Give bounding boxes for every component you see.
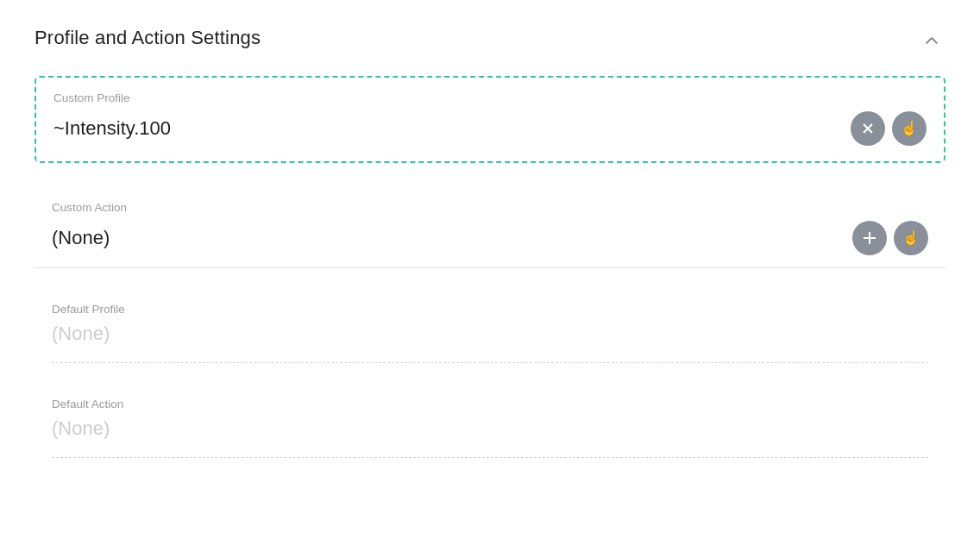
- custom-action-divider: [35, 267, 945, 268]
- touch-icon-2: ☝: [902, 231, 920, 245]
- custom-action-section: Custom Action (None) ☝: [35, 184, 945, 268]
- custom-profile-value: ~Intensity.100: [53, 117, 171, 140]
- chevron-up-icon: [924, 34, 939, 42]
- x-icon: [862, 122, 874, 135]
- default-action-field: Default Action (None): [35, 380, 945, 454]
- collapse-button[interactable]: [918, 24, 945, 52]
- custom-action-value: (None): [52, 227, 110, 249]
- touch-icon: ☝: [901, 122, 918, 135]
- default-profile-value: (None): [52, 323, 110, 345]
- default-profile-divider: [52, 362, 928, 363]
- add-custom-action-button[interactable]: [852, 221, 887, 255]
- panel-header: Profile and Action Settings: [35, 24, 945, 52]
- default-profile-field: Default Profile (None): [35, 285, 945, 359]
- custom-profile-section: Custom Profile ~Intensity.100 ☝: [35, 76, 945, 163]
- custom-profile-label: Custom Profile: [53, 91, 927, 104]
- default-profile-section: Default Profile (None): [35, 285, 945, 363]
- touch-custom-profile-button[interactable]: ☝: [892, 111, 927, 146]
- clear-custom-profile-button[interactable]: [851, 111, 885, 146]
- default-profile-label: Default Profile: [52, 303, 928, 316]
- default-profile-row: (None): [52, 323, 928, 345]
- plus-icon: [864, 232, 876, 244]
- default-action-divider: [52, 457, 928, 458]
- custom-profile-actions: ☝: [851, 111, 927, 146]
- default-action-row: (None): [52, 417, 928, 440]
- custom-action-field: Custom Action (None) ☝: [35, 184, 945, 255]
- custom-action-buttons: ☝: [852, 221, 928, 255]
- custom-action-row: (None) ☝: [52, 221, 928, 255]
- default-action-label: Default Action: [52, 398, 928, 411]
- panel-title: Profile and Action Settings: [35, 27, 261, 49]
- default-action-value: (None): [52, 417, 110, 440]
- profile-action-settings-panel: Profile and Action Settings Custom Profi…: [0, 0, 980, 552]
- touch-custom-action-button[interactable]: ☝: [894, 221, 928, 255]
- custom-profile-row: ~Intensity.100 ☝: [53, 111, 927, 146]
- custom-action-label: Custom Action: [52, 201, 928, 214]
- default-action-section: Default Action (None): [35, 380, 945, 458]
